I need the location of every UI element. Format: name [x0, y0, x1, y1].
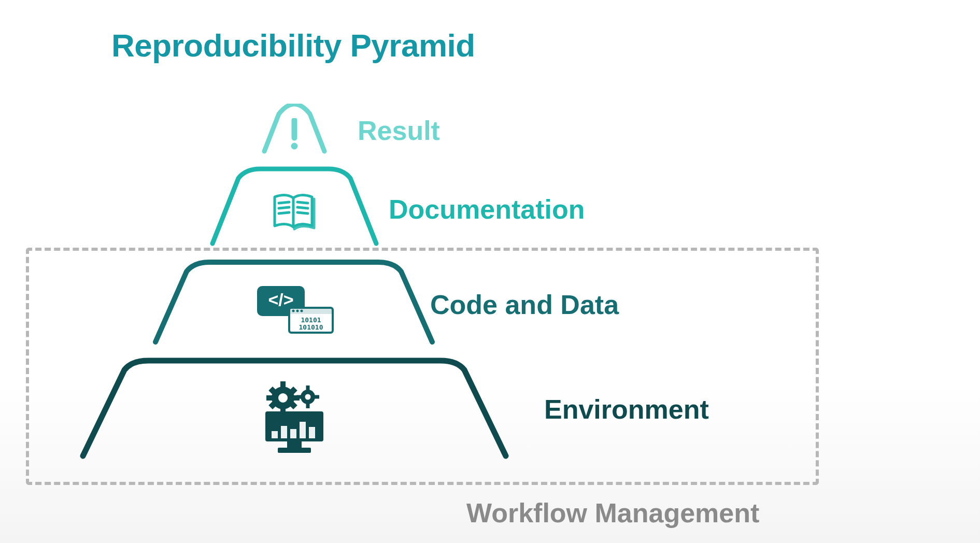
code-data-icon: </> 10101 101010 [253, 283, 336, 335]
tier-documentation: Documentation [67, 166, 596, 249]
svg-rect-18 [278, 448, 311, 453]
book-icon [269, 191, 319, 231]
svg-rect-20 [281, 426, 287, 438]
svg-point-35 [305, 394, 311, 400]
workflow-management-label: Workflow Management [466, 497, 759, 528]
svg-point-25 [278, 393, 288, 403]
svg-rect-17 [287, 441, 302, 448]
svg-rect-36 [306, 385, 310, 390]
svg-text:</>: </> [268, 290, 293, 309]
tier-environment: Environment [67, 358, 596, 461]
svg-rect-19 [272, 431, 278, 438]
tier-result: Result [67, 104, 596, 155]
svg-rect-10 [289, 308, 333, 314]
svg-rect-23 [309, 427, 315, 438]
tier-label-result: Result [358, 115, 440, 146]
svg-text:101010: 101010 [299, 323, 323, 331]
svg-point-0 [291, 143, 298, 150]
svg-point-12 [296, 310, 299, 312]
svg-line-1 [279, 202, 289, 203]
tier-label-documentation: Documentation [389, 194, 585, 225]
exclaim-icon [286, 118, 303, 150]
svg-point-11 [292, 310, 295, 312]
svg-rect-38 [296, 395, 301, 399]
svg-line-2 [279, 207, 289, 208]
svg-line-4 [297, 202, 308, 203]
svg-rect-21 [290, 429, 296, 438]
svg-rect-28 [266, 395, 273, 401]
svg-line-3 [279, 212, 289, 213]
tier-label-code-and-data: Code and Data [430, 289, 619, 320]
tier-label-environment: Environment [544, 394, 709, 425]
slide-title: Reproducibility Pyramid [111, 27, 475, 64]
svg-rect-39 [315, 395, 319, 399]
svg-rect-37 [306, 404, 310, 408]
environment-icon [254, 379, 335, 457]
svg-rect-22 [300, 422, 306, 438]
svg-line-5 [297, 207, 308, 208]
svg-line-6 [297, 212, 308, 213]
svg-rect-27 [280, 408, 286, 415]
pyramid: Result [67, 104, 596, 477]
svg-rect-26 [280, 381, 286, 388]
svg-text:10101: 10101 [301, 316, 321, 324]
tier-code-and-data: </> 10101 101010 Code and Data [67, 259, 596, 347]
svg-point-13 [301, 310, 303, 312]
